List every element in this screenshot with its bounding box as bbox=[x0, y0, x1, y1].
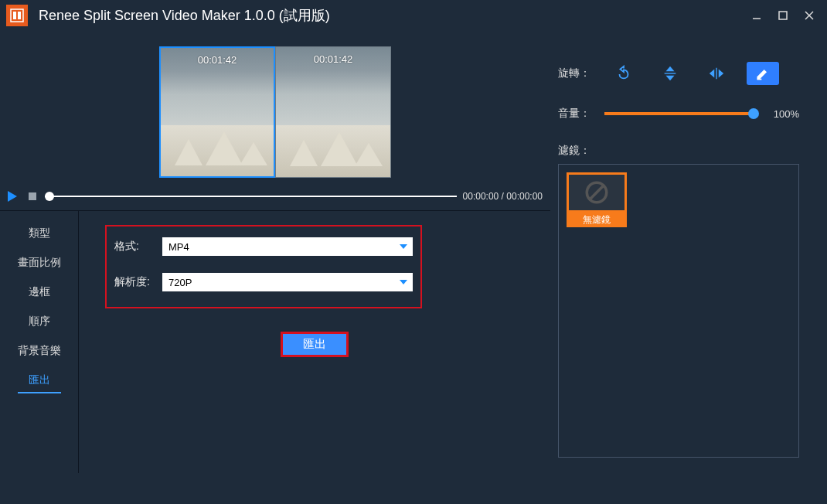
chevron-down-icon bbox=[399, 242, 408, 254]
svg-rect-8 bbox=[29, 192, 36, 200]
rotate-label: 旋轉： bbox=[558, 66, 595, 80]
tab-border[interactable]: 邊框 bbox=[0, 278, 78, 307]
resolution-select[interactable]: 720P bbox=[162, 273, 413, 291]
playback-bar: 00:00:00 / 00:00:00 bbox=[0, 186, 550, 210]
filter-label: 濾鏡： bbox=[558, 144, 595, 158]
flip-vertical-icon[interactable] bbox=[654, 62, 686, 85]
format-select[interactable]: MP4 bbox=[162, 237, 413, 256]
no-filter-icon bbox=[567, 172, 627, 213]
volume-label: 音量： bbox=[558, 107, 595, 121]
svg-marker-15 bbox=[719, 70, 723, 78]
svg-marker-14 bbox=[710, 70, 714, 78]
svg-rect-1 bbox=[13, 12, 16, 19]
chevron-down-icon bbox=[399, 278, 408, 289]
volume-value: 100% bbox=[764, 108, 799, 120]
tab-type[interactable]: 類型 bbox=[0, 219, 78, 248]
right-panel: 旋轉： 音量： 100% bbox=[550, 31, 813, 502]
left-panel: 00:01:42 00:01:42 00:00:00 bbox=[0, 31, 550, 502]
play-button[interactable] bbox=[5, 189, 20, 204]
settings-tabs: 類型 畫面比例 邊框 順序 背景音樂 匯出 bbox=[0, 211, 79, 473]
format-label: 格式: bbox=[114, 240, 153, 254]
preview-row: 00:01:42 00:01:42 bbox=[0, 46, 550, 178]
tab-bgm[interactable]: 背景音樂 bbox=[0, 336, 78, 366]
export-button[interactable]: 匯出 bbox=[281, 332, 349, 357]
export-form: 格式: MP4 解析度: 720P bbox=[105, 225, 422, 308]
app-icon bbox=[6, 5, 28, 26]
svg-rect-0 bbox=[11, 9, 23, 22]
seek-knob[interactable] bbox=[45, 192, 54, 201]
maximize-button[interactable] bbox=[776, 9, 790, 22]
rotate-right-icon[interactable] bbox=[607, 62, 640, 85]
svg-marker-9 bbox=[400, 244, 407, 249]
svg-marker-12 bbox=[666, 76, 675, 80]
svg-marker-11 bbox=[666, 66, 675, 71]
volume-knob[interactable] bbox=[748, 108, 759, 119]
app-title: Renee Split Screen Video Maker 1.0.0 (試用… bbox=[39, 6, 330, 25]
svg-marker-10 bbox=[400, 280, 407, 284]
tab-order[interactable]: 順序 bbox=[0, 307, 78, 336]
svg-rect-4 bbox=[779, 12, 787, 19]
export-panel: 格式: MP4 解析度: 720P bbox=[79, 211, 550, 473]
svg-line-19 bbox=[589, 185, 604, 200]
tab-export[interactable]: 匯出 bbox=[0, 366, 78, 401]
minimize-button[interactable] bbox=[750, 9, 764, 22]
edit-icon[interactable] bbox=[747, 62, 779, 85]
resolution-label: 解析度: bbox=[114, 275, 153, 289]
clip-time: 00:01:42 bbox=[161, 54, 274, 66]
preview-clip-1[interactable]: 00:01:42 bbox=[159, 46, 275, 178]
filter-label-text: 無濾鏡 bbox=[567, 213, 627, 227]
flip-horizontal-icon[interactable] bbox=[700, 62, 733, 85]
clip-time: 00:01:42 bbox=[276, 53, 390, 65]
svg-rect-2 bbox=[18, 12, 21, 19]
filters-box: 無濾鏡 bbox=[558, 164, 799, 458]
time-readout: 00:00:00 / 00:00:00 bbox=[463, 191, 543, 202]
volume-slider[interactable] bbox=[604, 112, 754, 115]
titlebar: Renee Split Screen Video Maker 1.0.0 (試用… bbox=[0, 0, 827, 31]
preview-clip-2[interactable]: 00:01:42 bbox=[275, 46, 391, 178]
window-controls bbox=[750, 9, 821, 22]
filter-none[interactable]: 無濾鏡 bbox=[567, 172, 627, 227]
svg-marker-7 bbox=[8, 191, 17, 202]
seek-slider[interactable] bbox=[45, 196, 457, 197]
tab-ratio[interactable]: 畫面比例 bbox=[0, 248, 78, 278]
close-button[interactable] bbox=[802, 9, 816, 22]
stop-button[interactable] bbox=[26, 190, 39, 203]
